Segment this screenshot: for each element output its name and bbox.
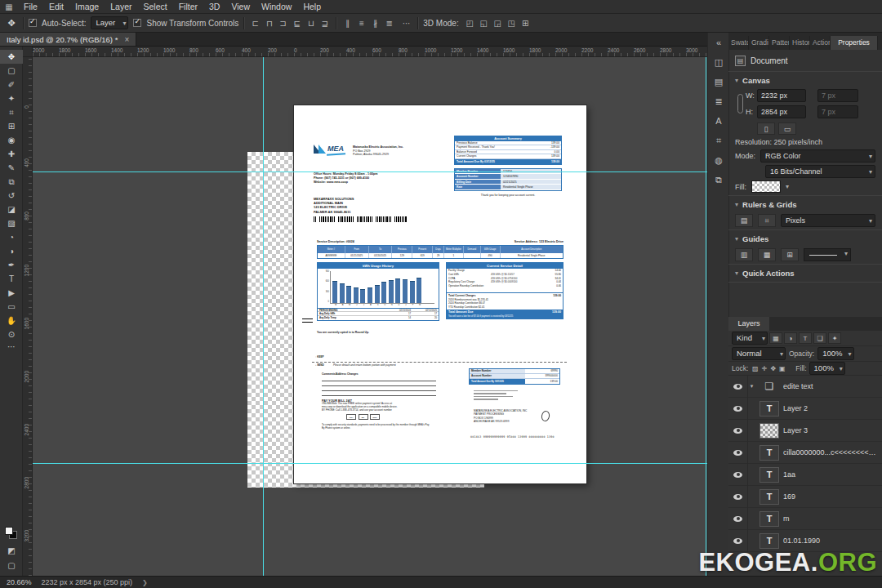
- blend-mode-dropdown[interactable]: Normal▾: [732, 347, 786, 360]
- guides-toggle-icon[interactable]: ▥: [735, 248, 753, 261]
- landscape-icon[interactable]: ▭: [778, 122, 796, 135]
- align-icon[interactable]: ⊏: [249, 17, 261, 29]
- vertical-ruler[interactable]: 0400800120016002000240028003200: [23, 57, 33, 576]
- tool-button[interactable]: ✎: [0, 161, 23, 175]
- auto-select-checkbox[interactable]: ✓: [29, 19, 37, 27]
- menu-item[interactable]: View: [225, 0, 256, 13]
- panel-tab[interactable]: History: [790, 36, 810, 50]
- units-dropdown[interactable]: Pixels▾: [781, 214, 875, 227]
- tool-button[interactable]: ✋: [0, 314, 23, 327]
- menu-item[interactable]: Help: [297, 0, 327, 13]
- layer-row[interactable]: Layer 2: [728, 398, 882, 420]
- clear-guides-icon[interactable]: ⊞: [781, 248, 799, 261]
- portrait-icon[interactable]: ▯: [757, 122, 775, 135]
- collapsed-panel-icon[interactable]: ≣: [708, 91, 729, 111]
- opacity-field[interactable]: 100%▾: [817, 347, 853, 360]
- layer-visibility-toggle[interactable]: [728, 486, 748, 508]
- layer-thumbnail[interactable]: [760, 511, 779, 527]
- zoom-level-field[interactable]: 20.66%: [7, 578, 32, 586]
- lock-guides-icon[interactable]: ▦: [758, 248, 776, 261]
- collapsed-panel-icon[interactable]: A: [708, 111, 729, 131]
- color-mode-dropdown[interactable]: RGB Color▾: [760, 149, 875, 163]
- layer-visibility-toggle[interactable]: [728, 508, 748, 530]
- layer-filter-icon[interactable]: T: [799, 332, 812, 344]
- tool-button[interactable]: ↺: [0, 189, 23, 203]
- align-icon[interactable]: ⊔: [305, 17, 317, 29]
- tool-button[interactable]: ▨: [0, 216, 23, 230]
- menu-item[interactable]: File: [18, 0, 43, 13]
- layer-name[interactable]: m: [783, 514, 879, 523]
- distribute-icon[interactable]: ∦: [369, 17, 381, 29]
- guide-vertical[interactable]: [706, 57, 706, 576]
- canvas-viewport[interactable]: MEA Matanuska Electric Association, Inc.…: [33, 57, 707, 576]
- section-canvas[interactable]: ▾Canvas: [735, 74, 875, 87]
- tool-button[interactable]: ◑: [0, 244, 23, 258]
- layer-row[interactable]: cilla0000000...c<<<<<<<<0 d: [728, 442, 882, 464]
- layer-filter-icon[interactable]: ✦: [828, 332, 841, 344]
- collapsed-panel-icon[interactable]: ▤: [708, 72, 729, 91]
- align-icon[interactable]: ⊐: [277, 17, 289, 29]
- collapsed-panel-icon[interactable]: ◫: [708, 52, 729, 72]
- quick-mask-icon[interactable]: ◩: [0, 546, 23, 555]
- tool-button[interactable]: ▢: [0, 64, 23, 78]
- layer-name[interactable]: 01.01.1990: [783, 537, 879, 545]
- section-rulers-grids[interactable]: ▾Rulers & Grids: [735, 198, 875, 212]
- menu-item[interactable]: 3D: [203, 0, 225, 13]
- guide-horizontal[interactable]: [33, 172, 707, 172]
- tool-button[interactable]: ⌗: [0, 105, 23, 119]
- panel-tab[interactable]: Swatches: [728, 36, 749, 50]
- document-page[interactable]: MEA Matanuska Electric Association, Inc.…: [294, 105, 586, 483]
- layer-row[interactable]: Layer 3: [728, 420, 882, 442]
- ruler-toggle-icon[interactable]: ▤: [735, 214, 753, 227]
- collapsed-panel-icon[interactable]: «: [708, 33, 729, 52]
- layer-name[interactable]: 169: [783, 492, 879, 501]
- guide-vertical[interactable]: [263, 57, 264, 576]
- layer-row[interactable]: 169: [728, 486, 882, 508]
- collapsed-panel-icon[interactable]: ⌗: [708, 131, 729, 150]
- group-caret-icon[interactable]: ▾: [748, 383, 755, 390]
- tool-button[interactable]: T: [0, 272, 23, 286]
- layer-visibility-toggle[interactable]: [728, 464, 748, 486]
- tool-button[interactable]: ▶: [0, 286, 23, 300]
- layer-visibility-toggle[interactable]: [728, 376, 748, 398]
- tab-layers[interactable]: Layers: [728, 317, 769, 331]
- tool-button[interactable]: ⊙: [0, 327, 23, 341]
- height-field[interactable]: 2854 px: [757, 105, 806, 118]
- layer-filter-icon[interactable]: ▦: [769, 332, 782, 344]
- layer-row[interactable]: 1aa: [728, 464, 882, 486]
- chevron-right-icon[interactable]: ❯: [142, 579, 148, 586]
- tool-button[interactable]: ✦: [0, 91, 23, 105]
- layer-row[interactable]: m: [728, 508, 882, 530]
- document-tab[interactable]: Italy id.psd @ 20.7% (RGB/16) * ×: [0, 33, 136, 46]
- layer-thumbnail[interactable]: [760, 423, 779, 439]
- tool-button[interactable]: ◔: [0, 230, 23, 244]
- screen-mode-icon[interactable]: ▢: [0, 561, 23, 570]
- layer-filter-icon[interactable]: ◑: [784, 332, 797, 344]
- tool-button[interactable]: ◪: [0, 203, 23, 216]
- layer-filter-dropdown[interactable]: Kind▾: [732, 332, 768, 345]
- ruler-origin[interactable]: [23, 47, 33, 57]
- layer-name[interactable]: 1aa: [783, 470, 879, 479]
- tool-button[interactable]: ⧉: [0, 175, 23, 189]
- align-icon[interactable]: ⊒: [318, 17, 331, 29]
- layer-thumbnail[interactable]: [760, 445, 779, 461]
- section-guides[interactable]: ▾Guides: [735, 232, 875, 246]
- auto-select-dropdown[interactable]: Layer▾: [91, 16, 128, 29]
- layer-name[interactable]: cilla0000000...c<<<<<<<<0 d: [783, 448, 879, 457]
- tool-button[interactable]: ✐: [0, 78, 23, 91]
- section-quick-actions[interactable]: ▾Quick Actions: [735, 266, 875, 280]
- show-transform-checkbox[interactable]: ✓: [133, 19, 141, 27]
- link-dimensions-icon[interactable]: [737, 94, 743, 114]
- foreground-color[interactable]: [5, 527, 13, 535]
- layer-name[interactable]: Layer 2: [783, 404, 879, 412]
- tool-button[interactable]: ✒: [0, 258, 23, 272]
- width-field[interactable]: 2232 px: [757, 89, 806, 102]
- layer-thumbnail[interactable]: [760, 467, 779, 483]
- collapsed-panel-icon[interactable]: ⧉: [708, 170, 729, 189]
- guide-horizontal[interactable]: [33, 463, 707, 464]
- align-icon[interactable]: ⊓: [263, 17, 275, 29]
- lock-icon[interactable]: ✥: [768, 365, 777, 372]
- distribute-icon[interactable]: ≣: [383, 17, 395, 29]
- 3d-mode-icon[interactable]: ◳: [506, 17, 518, 29]
- layer-visibility-toggle[interactable]: [728, 398, 748, 420]
